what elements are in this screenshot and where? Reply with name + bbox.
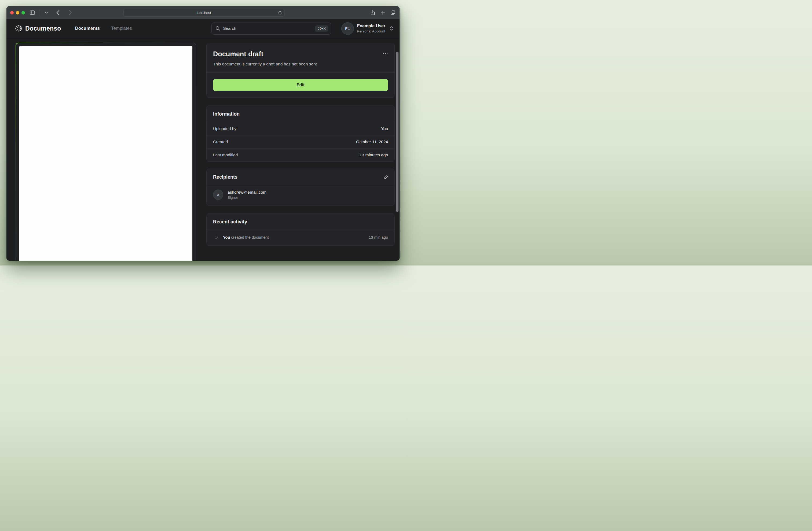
account-menu[interactable]: EU Example User Personal Account (341, 22, 393, 35)
close-window-button[interactable] (10, 11, 14, 14)
app-header: Documenso Documents Templates ⌘+K EU Exa… (6, 19, 400, 38)
document-status-description: This document is currently a draft and h… (213, 62, 388, 67)
more-options-button[interactable] (383, 50, 388, 57)
user-account-type: Personal Account (357, 29, 385, 34)
information-card-title: Information (207, 106, 394, 122)
browser-titlebar: localhost (6, 6, 400, 19)
info-row-last-modified: Last modified 13 minutes ago (207, 148, 394, 161)
toolbar-separator (40, 10, 40, 16)
nav-templates[interactable]: Templates (111, 26, 132, 31)
activity-bullet-icon (215, 236, 218, 239)
info-row-created: Created October 11, 2024 (207, 135, 394, 148)
main-nav: Documents Templates (75, 26, 132, 31)
chevron-up-down-icon (390, 26, 393, 31)
minimize-window-button[interactable] (16, 11, 19, 14)
documenso-logo-icon (15, 25, 22, 32)
recipient-role: Signer (228, 195, 266, 200)
recipient-avatar: A (213, 190, 223, 200)
document-preview-frame (16, 43, 196, 261)
recent-activity-title: Recent activity (207, 214, 394, 230)
activity-action: created the document (231, 235, 269, 239)
brand[interactable]: Documenso (15, 25, 61, 32)
edit-button[interactable]: Edit (213, 79, 388, 91)
info-row-uploaded-by: Uploaded by You (207, 122, 394, 135)
document-sidebar: Document draft This document is currentl… (206, 43, 395, 246)
activity-item: You created the document 13 min ago (207, 230, 394, 246)
address-bar-url: localhost (197, 11, 211, 15)
sidebar-toggle-icon[interactable] (30, 11, 35, 15)
information-card: Information Uploaded by You Created Octo… (206, 106, 395, 162)
activity-timestamp: 13 min ago (369, 235, 388, 239)
recipient-row: A ashdrew@email.com Signer (207, 185, 394, 205)
new-tab-icon[interactable] (381, 11, 385, 15)
user-name: Example User (357, 23, 385, 29)
main-content: Document draft This document is currentl… (6, 38, 400, 261)
activity-actor: You (223, 235, 230, 239)
recipients-card: Recipients A ashdrew@email.com Signer (206, 169, 395, 205)
recipients-card-title: Recipients (213, 174, 237, 180)
divider (207, 72, 394, 73)
forward-button[interactable] (69, 10, 72, 15)
brand-name: Documenso (25, 25, 61, 32)
nav-documents[interactable]: Documents (75, 26, 100, 31)
tab-overview-icon[interactable] (391, 11, 395, 15)
address-bar[interactable]: localhost (124, 9, 285, 17)
browser-window: localhost (6, 6, 400, 261)
recent-activity-card: Recent activity You created the document… (206, 213, 395, 246)
reload-icon[interactable] (278, 11, 282, 15)
scrollbar-thumb[interactable] (396, 52, 398, 212)
document-preview-inner (16, 43, 195, 261)
search-icon (216, 26, 220, 31)
back-button[interactable] (56, 10, 60, 15)
search-shortcut-badge: ⌘+K (315, 26, 328, 32)
share-icon[interactable] (371, 10, 375, 15)
user-avatar: EU (341, 22, 354, 35)
search-bar[interactable]: ⌘+K (212, 23, 331, 34)
zoom-window-button[interactable] (21, 11, 25, 14)
search-input[interactable] (223, 26, 315, 31)
window-controls (10, 11, 25, 14)
edit-recipients-icon[interactable] (384, 175, 388, 179)
document-status-title: Document draft (213, 50, 263, 58)
chevron-down-icon[interactable] (45, 12, 48, 14)
pdf-page[interactable] (19, 46, 192, 261)
recipient-email: ashdrew@email.com (228, 189, 266, 195)
document-status-card: Document draft This document is currentl… (206, 43, 395, 98)
